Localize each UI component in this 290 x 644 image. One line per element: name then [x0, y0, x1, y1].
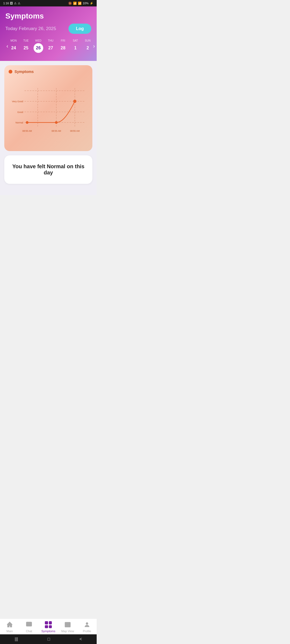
svg-point-12	[73, 100, 77, 103]
chart-legend: Symptoms	[9, 69, 88, 74]
calendar-days: MON24TUE25WED26THU27FRI28SAT1SUN2	[8, 39, 93, 53]
page-title: Symptoms	[5, 12, 91, 20]
chart-card: Symptoms Very Good Good Normal	[4, 65, 92, 151]
signal-icon: 📶	[78, 2, 82, 5]
time: 1:16	[3, 2, 9, 5]
charging-icon: ⚡	[90, 2, 93, 5]
legend-dot	[9, 70, 12, 74]
header-date: Today February 26, 2025	[5, 26, 56, 31]
header: Symptoms Today February 26, 2025 Log ‹ M…	[0, 6, 97, 61]
prev-week-button[interactable]: ‹	[6, 43, 8, 49]
cal-day-2[interactable]: SUN2	[82, 39, 93, 53]
cal-day-28[interactable]: FRI28	[58, 39, 68, 53]
warning-icon-2: ⚠	[18, 2, 20, 5]
cal-day-27[interactable]: THU27	[45, 39, 56, 53]
svg-text:Normal: Normal	[16, 121, 23, 124]
next-week-button[interactable]: ›	[93, 43, 95, 49]
status-left: 1:16 🖼 ⚠ ⚠	[3, 2, 20, 5]
summary-text: You have felt Normal on this day	[10, 163, 87, 176]
status-bar: 1:16 🖼 ⚠ ⚠ 🔕 📶 📶 10% ⚡	[0, 0, 97, 6]
svg-text:08:55 AM: 08:55 AM	[22, 130, 32, 132]
warning-icon-1: ⚠	[14, 2, 17, 5]
svg-text:08:55 AM: 08:55 AM	[52, 130, 61, 132]
main-content: Symptoms Very Good Good Normal	[0, 61, 97, 195]
svg-point-11	[55, 121, 58, 124]
cal-day-1[interactable]: SAT1	[70, 39, 81, 53]
svg-text:08:55 AM: 08:55 AM	[70, 130, 79, 132]
chart-svg: Very Good Good Normal 08:55 AM 08:55 AM …	[9, 77, 88, 147]
calendar-strip: ‹ MON24TUE25WED26THU27FRI28SAT1SUN2 ›	[5, 39, 91, 53]
wifi-icon: 📶	[73, 2, 77, 5]
svg-text:Very Good: Very Good	[12, 100, 23, 103]
cal-day-25[interactable]: TUE25	[21, 39, 31, 53]
date-row: Today February 26, 2025 Log	[5, 24, 91, 34]
mute-icon: 🔕	[68, 2, 72, 5]
chart-area: Very Good Good Normal 08:55 AM 08:55 AM …	[9, 77, 88, 147]
status-right: 🔕 📶 📶 10% ⚡	[68, 2, 93, 5]
summary-card: You have felt Normal on this day	[4, 155, 92, 184]
svg-text:Good: Good	[17, 111, 23, 114]
log-button[interactable]: Log	[68, 24, 91, 34]
svg-point-10	[26, 121, 28, 124]
photo-icon: 🖼	[10, 2, 13, 5]
cal-day-24[interactable]: MON24	[8, 39, 19, 53]
cal-day-26[interactable]: WED26	[33, 39, 44, 53]
battery: 10%	[83, 2, 89, 5]
legend-label: Symptoms	[15, 69, 34, 74]
